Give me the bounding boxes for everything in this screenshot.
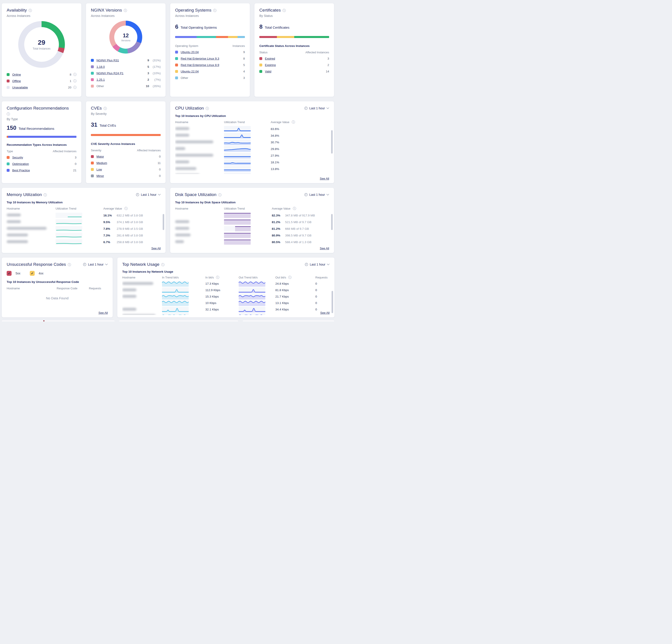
col-trend: Utilization Trend <box>224 120 271 124</box>
version-swatch <box>91 72 94 75</box>
config-recommendations-card: Configuration Recommendations ⓘ By Type … <box>2 101 82 183</box>
section-heading: Top 10 Instances by Network Usage <box>122 270 329 273</box>
info-icon[interactable]: ⓘ <box>283 9 286 12</box>
col-out-trend: Out Trend bit/s <box>239 276 275 279</box>
table-row: 112.9 Kbps 81.8 Kbps 0 <box>122 287 329 293</box>
blurred-hostname <box>122 288 136 291</box>
in-trend-sparkline <box>162 281 189 287</box>
time-range-select[interactable]: Last 1 hour <box>304 193 329 196</box>
info-icon[interactable]: ⓘ <box>293 206 296 210</box>
version-link[interactable]: NGINX Plus R31 <box>96 59 119 62</box>
total-cves: 31 <box>91 121 97 128</box>
scrollbar[interactable] <box>331 130 333 154</box>
cpu-average-value: 34.8% <box>271 134 329 137</box>
time-range-select[interactable]: Last 1 hour <box>136 193 161 196</box>
blurred-hostname <box>175 234 191 237</box>
card-subtitle: By Severity <box>91 112 161 116</box>
cpu-utilization-card: CPU Utilization ⓘ Last 1 hour Top 10 Ins… <box>170 101 334 183</box>
offline-link[interactable]: Offline <box>12 79 21 83</box>
scrollbar[interactable] <box>331 214 333 230</box>
see-all-link[interactable]: See All <box>320 311 329 314</box>
online-link[interactable]: Online <box>12 73 21 76</box>
version-row: NGINX Plus R31 9 (31%) <box>91 57 161 63</box>
version-link[interactable]: 1.25.1 <box>96 78 105 81</box>
time-range-label: Last 1 hour <box>309 106 325 110</box>
info-icon[interactable]: ⓘ <box>206 107 209 110</box>
blurred-hostname <box>122 295 136 298</box>
time-range-select[interactable]: Last 1 hour <box>83 263 108 266</box>
see-all-link[interactable]: See All <box>320 247 329 250</box>
minor-link[interactable]: Minor <box>96 174 104 178</box>
scrollbar[interactable] <box>332 291 333 313</box>
security-link[interactable]: Security <box>12 156 23 159</box>
cert-row-valid: Valid 14 <box>259 68 329 75</box>
info-icon[interactable]: ⓘ <box>292 120 295 124</box>
os-link[interactable]: Red Hat Enterprise Linux 8.9 <box>181 63 219 67</box>
scrollbar[interactable] <box>163 214 164 230</box>
os-link[interactable]: Ubuntu 20.04 <box>181 50 199 54</box>
info-icon[interactable]: ⓘ <box>288 275 291 279</box>
info-icon[interactable]: ⓘ <box>218 193 221 196</box>
card-title: CPU Utilization <box>175 106 204 111</box>
info-icon[interactable]: ⓘ <box>104 107 107 110</box>
see-all-link[interactable]: See All <box>98 311 108 314</box>
see-all-link[interactable]: See All <box>151 247 161 250</box>
info-icon[interactable]: ⓘ <box>161 263 165 266</box>
info-icon[interactable]: ⓘ <box>73 79 76 83</box>
requests-count: 0 <box>315 308 329 311</box>
info-icon[interactable]: ⓘ <box>124 206 128 210</box>
cpu-average-value: 18.1% <box>271 161 329 164</box>
table-row: 80.5%588.4 MB of 1.3 GB <box>175 239 329 245</box>
certificates-card: Certificates ⓘ By Status 8 Total Certifi… <box>254 3 334 97</box>
time-range-select[interactable]: Last 1 hour <box>304 106 329 110</box>
expiring-swatch <box>259 63 262 67</box>
version-swatch <box>91 59 94 62</box>
valid-link[interactable]: Valid <box>265 70 271 73</box>
info-icon[interactable]: ⓘ <box>29 9 32 12</box>
version-link[interactable]: 1.18.0 <box>96 65 105 69</box>
cpu-trend-sparkline <box>224 133 251 139</box>
4xx-checkbox[interactable]: ✓ <box>30 271 35 276</box>
memory-trend-sparkline <box>56 213 82 218</box>
see-all-link[interactable]: See All <box>320 177 329 180</box>
major-link[interactable]: Major <box>96 155 104 158</box>
blurred-hostname <box>7 227 47 230</box>
col-affected: Affected Instances <box>137 149 161 152</box>
os-link[interactable]: Ubuntu 22.04 <box>181 70 199 73</box>
time-range-select[interactable]: Last 1 hour <box>305 263 329 266</box>
version-count: 10 <box>146 84 149 88</box>
table-row: 82.3%347.8 MB of 917.9 MB <box>175 212 329 219</box>
medium-link[interactable]: Medium <box>96 161 107 165</box>
table-row: 29.8% <box>175 145 329 152</box>
unavailable-link[interactable]: Unavailable <box>12 86 28 89</box>
requests-count: 0 <box>315 288 329 292</box>
disk-trend-bar <box>224 213 251 218</box>
5xx-checkbox[interactable]: ✓ <box>7 271 12 276</box>
info-icon[interactable]: ⓘ <box>7 112 10 116</box>
col-hostname: Hostname <box>175 120 224 124</box>
info-icon[interactable]: ⓘ <box>44 193 47 196</box>
info-icon[interactable]: ⓘ <box>213 9 216 12</box>
info-icon[interactable]: ⓘ <box>73 85 76 90</box>
info-icon[interactable]: ⓘ <box>68 263 71 266</box>
info-icon[interactable]: ⓘ <box>124 9 127 12</box>
info-icon[interactable]: ⓘ <box>73 73 76 77</box>
col-type: Type <box>7 150 13 153</box>
expiring-link[interactable]: Expiring <box>265 63 276 67</box>
version-link[interactable]: NGINX Plus R24 P1 <box>96 72 123 75</box>
expired-link[interactable]: Expired <box>265 57 275 60</box>
os-link[interactable]: Red Hat Enterprise Linux 9.3 <box>181 57 219 60</box>
disk-trend-bar <box>224 239 251 245</box>
next-row-card-top <box>119 320 238 321</box>
col-hostname: Hostname <box>7 287 57 290</box>
table-row: 10 Kbps 13.1 Kbps 0 <box>122 300 329 306</box>
table-row: 34.8% <box>175 132 329 139</box>
best-practice-link[interactable]: Best Practice <box>12 169 30 172</box>
info-icon[interactable]: ⓘ <box>216 275 219 279</box>
optimization-link[interactable]: Optimization <box>12 162 29 166</box>
blurred-hostname <box>175 240 184 243</box>
memory-trend-sparkline <box>56 232 82 238</box>
card-title: Operating Systems <box>175 8 211 13</box>
chevron-down-icon <box>327 264 329 265</box>
low-link[interactable]: Low <box>96 168 102 171</box>
